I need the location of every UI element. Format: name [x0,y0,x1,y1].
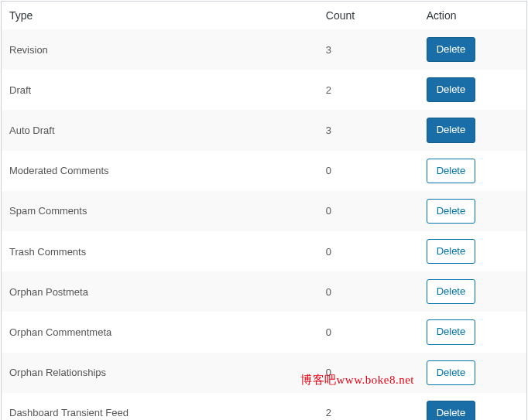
cell-count: 0 [318,312,419,352]
delete-button[interactable]: Delete [427,159,476,183]
cell-type: Revision [2,29,318,70]
header-action: Action [419,2,527,30]
cell-type: Orphan Commentmeta [2,312,318,352]
cell-count: 2 [318,393,419,420]
table-header-row: Type Count Action [2,2,527,30]
cell-count: 0 [318,353,419,393]
cell-type: Orphan Postmeta [2,271,318,312]
table-row: Dashboard Transient Feed2Delete [2,393,527,420]
table-row: Revision3Delete [2,29,527,70]
cell-action: Delete [419,231,527,271]
cell-type: Spam Comments [2,191,318,231]
table-row: Spam Comments0Delete [2,191,527,231]
cell-count: 0 [318,191,419,231]
delete-button[interactable]: Delete [427,77,476,102]
cell-type: Auto Draft [2,110,318,150]
cell-type: Moderated Comments [2,151,318,191]
cell-type: Trash Comments [2,231,318,271]
cell-action: Delete [419,70,527,110]
table-row: Orphan Commentmeta0Delete [2,312,527,352]
cell-type: Orphan Relationships [2,353,318,393]
cell-action: Delete [419,110,527,150]
cell-action: Delete [419,151,527,191]
delete-button[interactable]: Delete [427,360,476,385]
header-type: Type [2,2,318,30]
cell-count: 3 [318,110,419,150]
cleanup-table: Type Count Action Revision3DeleteDraft2D… [1,1,527,420]
cell-action: Delete [419,353,527,393]
cell-action: Delete [419,271,527,312]
delete-button[interactable]: Delete [427,199,476,224]
cell-action: Delete [419,29,527,70]
cell-action: Delete [419,393,527,420]
table-row: Moderated Comments0Delete [2,151,527,191]
delete-button[interactable]: Delete [427,319,476,344]
cell-action: Delete [419,312,527,352]
table-row: Orphan Relationships0Delete [2,353,527,393]
table-row: Trash Comments0Delete [2,231,527,271]
cell-count: 3 [318,29,419,70]
cell-count: 0 [318,271,419,312]
delete-button[interactable]: Delete [427,401,476,420]
cell-action: Delete [419,191,527,231]
cell-type: Draft [2,70,318,110]
delete-button[interactable]: Delete [427,279,476,304]
cell-count: 2 [318,70,419,110]
cell-count: 0 [318,231,419,271]
cell-type: Dashboard Transient Feed [2,393,318,420]
header-count: Count [318,2,419,30]
delete-button[interactable]: Delete [427,37,476,62]
cell-count: 0 [318,151,419,191]
delete-button[interactable]: Delete [427,118,476,142]
delete-button[interactable]: Delete [427,239,476,264]
table-row: Draft2Delete [2,70,527,110]
table-row: Orphan Postmeta0Delete [2,271,527,312]
table-row: Auto Draft3Delete [2,110,527,150]
